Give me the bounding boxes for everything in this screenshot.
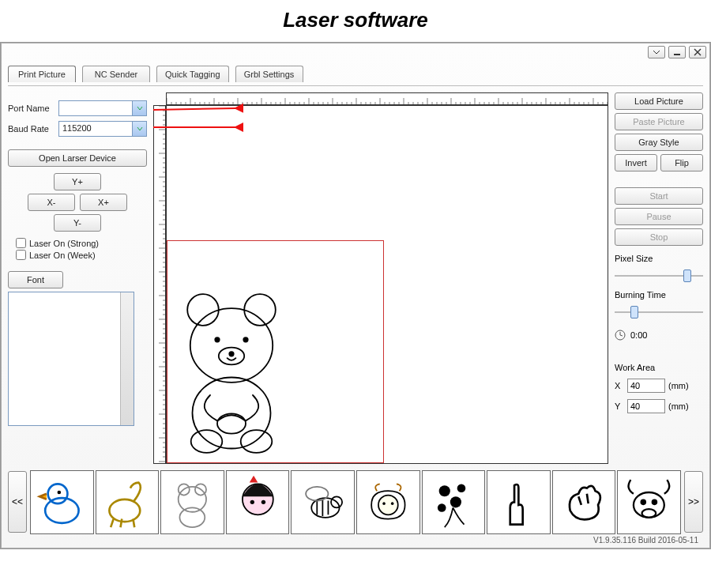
pixel-size-slider[interactable] xyxy=(615,270,703,282)
svg-point-195 xyxy=(48,484,68,503)
work-area-x-label: X xyxy=(615,381,624,390)
load-picture-button[interactable]: Load Picture xyxy=(615,92,703,110)
svg-point-182 xyxy=(190,308,273,383)
work-area-y-input[interactable] xyxy=(627,399,665,413)
clock-icon xyxy=(615,330,626,341)
work-area-x-input[interactable] xyxy=(627,379,665,393)
thumb-hand[interactable] xyxy=(487,470,551,534)
gallery-next-button[interactable]: >> xyxy=(684,471,703,533)
thumb-fist[interactable] xyxy=(552,470,616,534)
close-button[interactable] xyxy=(689,46,706,58)
tab-quick-tagging[interactable]: Quick Tagging xyxy=(156,66,229,82)
laser-strong-label: Laser On (Strong) xyxy=(29,239,99,248)
ruler-vertical xyxy=(153,105,166,464)
work-area-title: Work Area xyxy=(615,363,703,372)
svg-point-211 xyxy=(439,485,450,496)
window: Print Picture NC Sender Quick Tagging Gr… xyxy=(1,43,710,548)
clock-value: 0:00 xyxy=(630,330,647,340)
app-frame: Print Picture NC Sender Quick Tagging Gr… xyxy=(0,42,711,549)
laser-strong-checkbox[interactable] xyxy=(16,238,26,248)
left-panel: Port Name Baud Rate 115200 Open Larser D… xyxy=(8,92,147,464)
baud-rate-combo[interactable]: 115200 xyxy=(58,121,147,137)
page-title: Laser software xyxy=(0,8,711,32)
laser-week-checkbox[interactable] xyxy=(16,250,26,260)
stop-button[interactable]: Stop xyxy=(615,228,703,246)
burning-time-slider[interactable] xyxy=(615,306,703,318)
window-dropdown-icon[interactable] xyxy=(648,46,665,58)
burning-time-label: Burning Time xyxy=(615,290,703,300)
thumb-girl[interactable] xyxy=(226,470,290,534)
pause-button[interactable]: Pause xyxy=(615,208,703,225)
svg-point-186 xyxy=(229,352,233,356)
svg-point-214 xyxy=(438,503,446,512)
right-panel: Load Picture Paste Picture Gray Style In… xyxy=(615,92,703,464)
port-name-value xyxy=(59,106,66,109)
port-name-label: Port Name xyxy=(8,104,54,113)
svg-point-204 xyxy=(261,500,265,504)
font-button[interactable]: Font xyxy=(8,271,63,288)
gray-style-button[interactable]: Gray Style xyxy=(615,134,703,151)
jog-x-minus-button[interactable]: X- xyxy=(28,194,75,211)
svg-point-189 xyxy=(241,430,273,453)
svg-point-209 xyxy=(382,502,386,505)
svg-point-201 xyxy=(180,507,205,527)
svg-point-188 xyxy=(191,430,223,453)
gallery: << >> xyxy=(8,470,703,534)
thumb-flowers[interactable] xyxy=(422,470,486,534)
svg-point-215 xyxy=(634,492,664,518)
svg-point-181 xyxy=(244,294,276,326)
tabstrip: Print Picture NC Sender Quick Tagging Gr… xyxy=(8,66,703,82)
jog-y-plus-button[interactable]: Y+ xyxy=(54,173,101,190)
thumb-bull[interactable] xyxy=(617,470,681,534)
svg-point-210 xyxy=(391,502,394,505)
tab-nc-sender[interactable]: NC Sender xyxy=(82,66,150,82)
statusbar: V1.9.35.116 Build 2016-05-11 xyxy=(8,534,703,546)
bear-drawing xyxy=(166,272,303,462)
port-name-combo[interactable] xyxy=(58,100,147,116)
work-area-x-unit: (mm) xyxy=(668,381,689,390)
chevron-down-icon xyxy=(132,122,146,136)
svg-point-203 xyxy=(250,500,254,504)
thumb-sheep[interactable] xyxy=(356,470,420,534)
invert-button[interactable]: Invert xyxy=(615,154,657,172)
work-area-y-unit: (mm) xyxy=(668,401,689,411)
canvas[interactable] xyxy=(166,105,608,464)
canvas-area xyxy=(153,92,608,464)
jog-y-minus-button[interactable]: Y- xyxy=(54,214,101,232)
svg-point-183 xyxy=(215,337,219,341)
jog-x-plus-button[interactable]: X+ xyxy=(80,194,127,211)
minimize-button[interactable] xyxy=(668,46,686,58)
ruler-horizontal xyxy=(166,92,608,105)
work-area-y-label: Y xyxy=(615,401,624,411)
svg-point-208 xyxy=(378,495,398,514)
svg-point-206 xyxy=(306,487,328,501)
baud-rate-value: 115200 xyxy=(59,122,95,134)
svg-point-217 xyxy=(653,500,656,504)
paste-picture-button[interactable]: Paste Picture xyxy=(615,113,703,130)
pixel-size-label: Pixel Size xyxy=(615,254,703,263)
thumb-bear[interactable] xyxy=(160,470,224,534)
baud-rate-label: Baud Rate xyxy=(8,124,54,134)
svg-point-212 xyxy=(457,484,466,492)
text-input-area[interactable] xyxy=(8,292,134,426)
chevron-down-icon xyxy=(132,101,146,115)
svg-rect-0 xyxy=(674,54,680,55)
gallery-prev-button[interactable]: << xyxy=(8,471,27,533)
laser-week-label: Laser On (Week) xyxy=(29,251,96,260)
flip-button[interactable]: Flip xyxy=(660,154,703,172)
open-laser-device-button[interactable]: Open Larser Device xyxy=(8,149,147,167)
thumb-horse[interactable] xyxy=(96,470,160,534)
jog-pad: Y+ X- X+ Y- xyxy=(22,173,133,232)
tab-grbl-settings[interactable]: Grbl Settings xyxy=(235,66,303,82)
thumb-duck[interactable] xyxy=(30,470,94,534)
thumb-bee[interactable] xyxy=(291,470,355,534)
svg-point-190 xyxy=(217,413,246,433)
svg-point-213 xyxy=(450,496,461,507)
start-button[interactable]: Start xyxy=(615,187,703,205)
svg-point-216 xyxy=(641,500,645,504)
gallery-thumbs xyxy=(30,470,681,534)
svg-point-180 xyxy=(187,294,219,326)
svg-point-196 xyxy=(57,491,61,495)
svg-point-184 xyxy=(243,337,247,341)
tab-print-picture[interactable]: Print Picture xyxy=(8,66,76,82)
